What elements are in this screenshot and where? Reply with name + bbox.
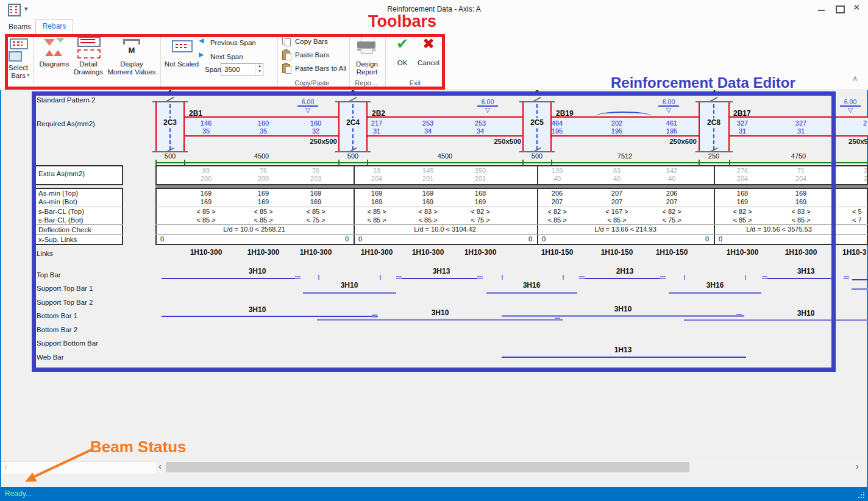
grid-number: 2 <box>351 89 355 98</box>
support-top-bar-line[interactable] <box>303 292 396 294</box>
top-bar-line[interactable] <box>398 278 482 279</box>
horizontal-scrollbar[interactable]: ‹ › <box>156 461 864 473</box>
deflection-check-value: L/d = 10.56 < 3575.53 <box>746 226 812 233</box>
grid-number: 3 <box>535 89 539 98</box>
link-value[interactable]: 1H10-150 <box>541 248 574 257</box>
web-bar-label[interactable]: 1H13 <box>614 346 632 354</box>
extra-as-value: 201 <box>422 175 433 182</box>
support-top-bar-line[interactable] <box>852 288 868 290</box>
select-bars-button[interactable]: Select Bars ▾ <box>4 35 33 88</box>
close-button[interactable]: × <box>848 0 867 18</box>
sbar-top-value: < 85 > <box>254 208 272 215</box>
paste-bars-button[interactable]: Paste Bars <box>280 50 346 61</box>
extra-as-value: 40 <box>613 175 621 182</box>
dimension-line <box>155 162 868 163</box>
link-value[interactable]: 1H10-300 <box>190 248 222 257</box>
paste-bars-to-all-button[interactable]: Paste Bars to All <box>280 63 346 74</box>
top-bar-line[interactable] <box>764 278 832 279</box>
link-value[interactable]: 1H10-300 <box>247 248 280 257</box>
scroll-left-button[interactable]: ‹ <box>158 461 162 471</box>
link-value[interactable]: 1H10-300 <box>300 248 332 257</box>
spinner-down-button[interactable]: ▾ <box>258 68 261 74</box>
beam-name[interactable]: 2B17 <box>733 109 751 118</box>
tab-rebars[interactable]: Rebars <box>35 19 73 34</box>
ok-button[interactable]: ✔ OK <box>390 35 414 72</box>
link-value[interactable]: 1H10-300 <box>412 248 444 257</box>
bottom-bar-label[interactable]: 3H10 <box>432 308 449 317</box>
moment-bracket-icon <box>123 39 140 44</box>
spinner-up-button[interactable]: ▴ <box>258 63 261 68</box>
next-span-button[interactable]: ▶ Next Span <box>199 51 266 62</box>
top-bar-label[interactable]: 3H13 <box>433 267 450 275</box>
asmin-top-value: 206 <box>666 190 677 197</box>
required-as-top-value: 327 <box>795 119 806 127</box>
display-moment-values-button[interactable]: M Display Moment Values <box>105 35 158 88</box>
top-bar-line[interactable] <box>582 278 663 279</box>
beam-name[interactable]: 2B2 <box>372 109 385 118</box>
app-icon[interactable] <box>8 4 21 16</box>
bottom-bar-line[interactable] <box>502 315 744 317</box>
link-value[interactable]: 1H10-300 <box>464 248 497 257</box>
not-scaled-button[interactable]: Not Scaled <box>163 35 200 88</box>
bar-cut-tick <box>502 275 503 280</box>
bottom-bar-label[interactable]: 3H10 <box>797 309 815 318</box>
collapse-ribbon-button[interactable]: ∧ <box>852 74 858 83</box>
application-window: ▾ Reinforcement Data - Axis: A × Beams R… <box>0 0 868 501</box>
support-top-bar-label[interactable]: 3H16 <box>523 281 541 290</box>
cancel-button[interactable]: ✖ Cancel <box>416 35 441 72</box>
bottom-bar-line[interactable] <box>317 319 563 321</box>
top-bar-label[interactable]: 3H10 <box>249 267 266 275</box>
dimension-value: 4750 <box>791 152 806 160</box>
previous-span-button[interactable]: ◀ Previous Span <box>199 37 266 48</box>
extra-as-value: 63 <box>613 167 621 174</box>
minimize-button[interactable] <box>813 0 829 18</box>
link-value[interactable]: 1H10-300 <box>727 248 759 257</box>
scrollbar-thumb[interactable] <box>166 462 689 472</box>
bar-end-mark <box>660 276 666 279</box>
dimension-tick <box>155 160 157 165</box>
top-bar-line[interactable] <box>852 279 868 280</box>
scroll-right-button[interactable]: › <box>856 461 859 471</box>
diagrams-button[interactable]: Diagrams <box>37 35 72 88</box>
bottom-bar-line[interactable] <box>162 316 378 317</box>
beam-name[interactable]: 2B19 <box>556 109 574 118</box>
support-top-bar-label[interactable]: 3H10 <box>341 281 358 290</box>
scroll-left-icon: ‹ <box>4 461 7 472</box>
xsup-links-value: 0 <box>160 235 164 243</box>
link-value[interactable]: 1H10-150 <box>656 248 688 257</box>
dimension-tick <box>834 160 835 165</box>
link-value[interactable]: 1H10-300 <box>361 248 393 257</box>
extra-as-value: 350 <box>475 167 486 174</box>
quick-access-caret-icon[interactable]: ▾ <box>24 5 28 13</box>
web-bar-line[interactable] <box>502 357 746 358</box>
printer-icon <box>357 37 377 56</box>
required-as-top-value: 253 <box>475 119 486 127</box>
detail-drawings-button[interactable]: Detail Drawings <box>73 35 104 88</box>
top-bar-line[interactable] <box>162 278 300 279</box>
bottom-bar-line[interactable] <box>684 319 868 321</box>
column-face-line <box>522 102 524 151</box>
column-label: 2C5 <box>529 118 545 127</box>
support-top-bar-line[interactable] <box>486 292 577 294</box>
resize-grip[interactable] <box>856 489 866 499</box>
asmin-top-value: 169 <box>201 190 212 197</box>
bottom-bar-label[interactable]: 3H10 <box>249 305 266 314</box>
bottom-bar-label[interactable]: 3H10 <box>614 305 632 313</box>
support-top-bar-line[interactable] <box>669 292 761 294</box>
top-bar-label[interactable]: 3H13 <box>797 267 815 275</box>
copy-bars-button[interactable]: Copy Bars <box>280 37 346 48</box>
support-top-bar-label[interactable]: 3H16 <box>706 281 724 290</box>
maximize-button[interactable] <box>831 0 847 18</box>
dropdown-caret-icon: ▾ <box>27 72 30 78</box>
link-value[interactable]: 1H10-150 <box>601 248 633 257</box>
link-value[interactable]: 1H10-3 <box>842 248 866 257</box>
span-value: 3500 <box>224 66 240 73</box>
ribbon-group-separator <box>385 35 386 88</box>
span-input[interactable]: 3500 ▴ ▾ <box>221 63 263 76</box>
beam-name[interactable]: 2B1 <box>189 109 202 118</box>
tab-beams[interactable]: Beams <box>9 23 31 31</box>
diagrams-label: Diagrams <box>38 60 71 68</box>
asmin-bot-value: 169 <box>201 198 212 205</box>
link-value[interactable]: 1H10-300 <box>785 248 817 257</box>
top-bar-label[interactable]: 2H13 <box>616 267 634 275</box>
